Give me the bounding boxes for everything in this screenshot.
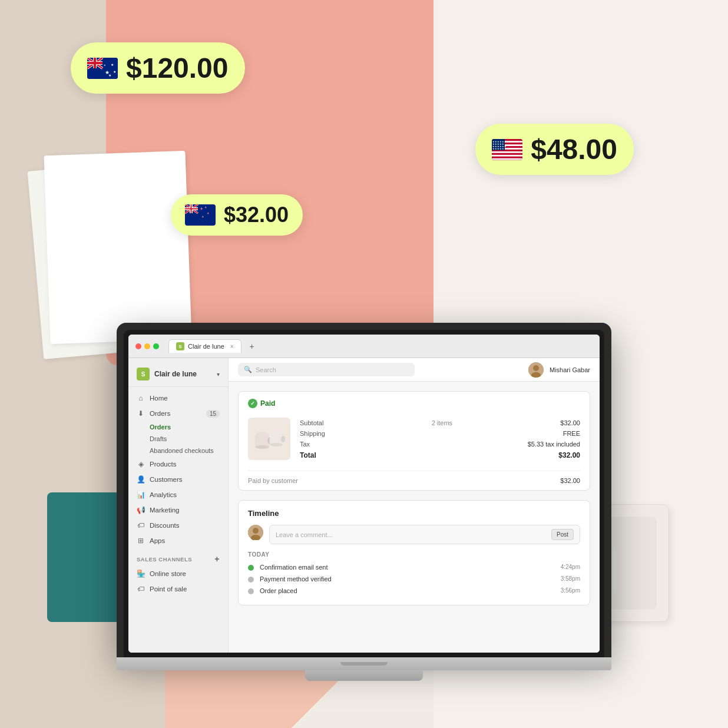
laptop-notch: [340, 662, 388, 666]
subtotal-label: Subtotal: [300, 419, 323, 426]
bg-papers2: [44, 151, 191, 344]
sidebar-item-pos[interactable]: 🏷 Point of sale: [128, 581, 228, 597]
sidebar-subitem-orders[interactable]: Orders: [128, 421, 228, 433]
content-inner: ✓ Paid: [229, 382, 600, 615]
sidebar-subitem-drafts[interactable]: Drafts: [128, 433, 228, 445]
sidebar-item-marketing[interactable]: 📢 Marketing: [128, 502, 228, 518]
price-nz-amount: $32.00: [224, 203, 289, 227]
shipping-row: Shipping FREE: [300, 428, 580, 439]
search-placeholder: Search: [256, 366, 276, 373]
timeline-dot-gray-2: [248, 577, 254, 583]
laptop-stand: [305, 670, 423, 681]
sidebar-item-orders[interactable]: ⬇ Orders 15: [128, 406, 228, 421]
price-au-amount: $120.00: [126, 52, 229, 84]
sidebar-apps-label: Apps: [150, 537, 165, 544]
timeline-title: Timeline: [248, 509, 580, 518]
total-row: Total $32.00: [300, 449, 580, 461]
store-dropdown-icon[interactable]: ▾: [217, 371, 220, 378]
comment-input[interactable]: Leave a comment... Post: [269, 525, 580, 544]
maximize-button-traffic-light[interactable]: [153, 343, 159, 349]
tax-value: $5.33 tax included: [528, 441, 580, 448]
subtotal-items: 2 items: [432, 419, 452, 426]
timeline-event-3-time: 3:56pm: [561, 587, 580, 594]
browser-tab[interactable]: S Clair de lune ×: [168, 339, 241, 353]
timeline-event-1-time: 4:24pm: [561, 564, 580, 570]
timeline-event-1: Confirmation email sent 4:24pm: [248, 561, 580, 573]
laptop: S Clair de lune × + S Clair de lune ▾: [117, 323, 611, 681]
svg-rect-20: [492, 154, 522, 156]
sidebar-drafts-label: Drafts: [150, 435, 167, 442]
top-bar-right: Mishari Gabar: [528, 362, 590, 378]
sidebar-item-products[interactable]: ◈ Products: [128, 456, 228, 472]
svg-point-45: [533, 365, 539, 371]
sidebar-pos-label: Point of sale: [150, 585, 187, 593]
customers-icon: 👤: [137, 475, 145, 484]
sidebar-logo[interactable]: S Clair de lune ▾: [128, 364, 228, 387]
svg-text:★: ★: [104, 64, 106, 67]
marketing-icon: 📢: [137, 506, 145, 514]
sidebar-item-apps[interactable]: ⊞ Apps: [128, 533, 228, 548]
search-bar[interactable]: 🔍 Search: [238, 363, 415, 376]
svg-point-57: [253, 528, 259, 534]
svg-rect-9: [87, 62, 102, 64]
svg-point-50: [255, 445, 269, 449]
sidebar-item-discounts[interactable]: 🏷 Discounts: [128, 518, 228, 533]
online-store-icon: 🏪: [137, 570, 145, 578]
minimize-button-traffic-light[interactable]: [144, 343, 150, 349]
order-details: Subtotal 2 items $32.00 Shipping FREE: [239, 413, 590, 471]
tab-close-icon[interactable]: ×: [230, 343, 234, 350]
flag-newzealand: ✦ ✦ ✦ ✦ ✦ ✦ ✦ ✦: [185, 204, 216, 226]
total-value: $32.00: [558, 451, 580, 459]
sales-channels-header: SALES CHANNELS +: [128, 548, 228, 566]
comment-row: Leave a comment... Post: [248, 525, 580, 544]
svg-point-54: [270, 443, 283, 446]
laptop-screen-outer: S Clair de lune × + S Clair de lune ▾: [117, 323, 611, 657]
home-icon: ⌂: [137, 394, 145, 402]
post-button[interactable]: Post: [551, 529, 574, 540]
timeline-event-1-text: Confirmation email sent: [260, 564, 555, 571]
sidebar-item-home[interactable]: ⌂ Home: [128, 391, 228, 406]
svg-text:★★★★★: ★★★★★: [492, 147, 504, 150]
add-sales-channel-button[interactable]: +: [214, 554, 220, 564]
sidebar-abandoned-label: Abandoned checkouts: [150, 447, 214, 454]
sidebar-item-analytics[interactable]: 📊 Analytics: [128, 487, 228, 502]
shipping-label: Shipping: [300, 430, 325, 437]
price-bubble-newzealand: ✦ ✦ ✦ ✦ ✦ ✦ ✦ ✦ $32.00: [171, 194, 303, 236]
pos-icon: 🏷: [137, 585, 145, 593]
sidebar-customers-label: Customers: [150, 476, 183, 483]
timeline-dot-gray-3: [248, 588, 254, 594]
tax-label: Tax: [300, 441, 310, 448]
sidebar-item-online-store[interactable]: 🏪 Online store: [128, 566, 228, 581]
timeline-section: Timeline: [238, 500, 590, 605]
flag-usa: ★★★★★★ ★★★★★ ★★★★★★ ★★★★★: [492, 139, 522, 160]
main-area: 🔍 Search: [229, 358, 600, 653]
comment-avatar: [248, 525, 263, 540]
close-button-traffic-light[interactable]: [135, 343, 141, 349]
user-name: Mishari Gabar: [550, 366, 590, 373]
comment-placeholder: Leave a comment...: [276, 531, 333, 538]
products-icon: ◈: [137, 460, 145, 468]
subtotal-value: $32.00: [560, 419, 580, 426]
laptop-screen-bezel: S Clair de lune × + S Clair de lune ▾: [124, 330, 604, 657]
orders-icon: ⬇: [137, 409, 145, 418]
timeline-event-2-time: 3:58pm: [561, 575, 580, 582]
paid-by-label: Paid by customer: [248, 477, 298, 484]
paid-by-value: $32.00: [560, 477, 580, 484]
paid-badge: ✓ Paid: [248, 399, 275, 408]
sidebar-item-customers[interactable]: 👤 Customers: [128, 472, 228, 487]
svg-rect-19: [492, 151, 522, 153]
order-line-items: Subtotal 2 items $32.00 Shipping FREE: [300, 418, 580, 461]
new-tab-button[interactable]: +: [246, 342, 258, 351]
total-label: Total: [300, 451, 316, 459]
sidebar-products-label: Products: [150, 461, 176, 468]
svg-text:★: ★: [108, 74, 111, 77]
svg-rect-35: [185, 209, 198, 210]
price-us-amount: $48.00: [531, 133, 617, 166]
store-name: Clair de lune: [154, 370, 197, 378]
orders-badge: 15: [206, 410, 220, 418]
sidebar-subitem-abandoned[interactable]: Abandoned checkouts: [128, 445, 228, 456]
timeline-dot-green: [248, 565, 254, 571]
analytics-icon: 📊: [137, 491, 145, 499]
product-image: [248, 418, 290, 460]
svg-text:★: ★: [111, 63, 114, 67]
